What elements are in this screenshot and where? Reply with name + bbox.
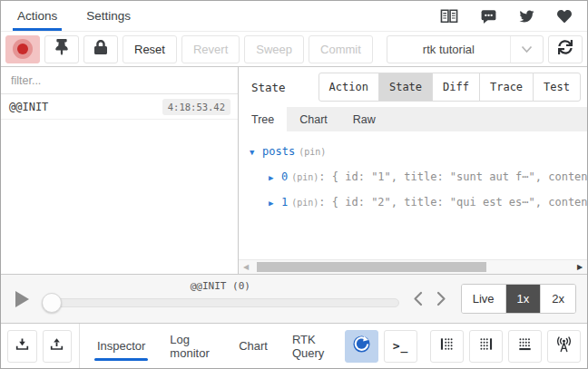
action-list-panel: @@INIT 4:18:53.42 [1,67,239,274]
player-bar: @@INIT (0) Live 1x 2x [1,274,587,323]
dispatcher-button[interactable]: >_ [384,330,417,363]
playback-speed-group: Live 1x 2x [461,284,576,314]
collapsed-arrow-icon[interactable]: ▶ [269,191,281,216]
selected-state-label: State [251,81,286,94]
collapsed-arrow-icon[interactable]: ▶ [269,166,281,190]
instance-selector-value: rtk tutorial [387,36,510,63]
revert-button[interactable]: Revert [181,35,240,63]
terminal-icon: >_ [393,339,409,353]
header-tab-bar: Actions Settings [1,1,587,32]
docs-book-icon[interactable] [439,8,459,24]
pause-recording-timer-button[interactable] [345,330,378,363]
sync-button[interactable] [548,35,583,63]
tree-node-posts[interactable]: ▼posts(pin) [250,140,587,165]
pin-icon [55,39,68,59]
timeline-slider[interactable] [42,298,399,307]
heart-icon[interactable] [556,9,573,24]
tree-key: posts [262,145,295,158]
speed-2x-button[interactable]: 2x [540,285,575,313]
sweep-button[interactable]: Sweep [244,35,304,63]
dock-right-button[interactable] [469,330,503,363]
timeline: @@INIT (0) [40,275,401,323]
reset-button[interactable]: Reset [122,35,177,63]
sync-icon [558,40,573,58]
action-list-item[interactable]: @@INIT 4:18:53.42 [1,94,238,120]
tab-diff[interactable]: Diff [432,73,480,102]
tab-settings[interactable]: Settings [86,1,131,31]
tab-test[interactable]: Test [533,73,581,102]
inspector-tab-group: Action State Diff Trace Test [318,73,581,102]
import-button[interactable] [7,330,37,363]
step-forward-icon[interactable] [430,286,454,313]
tab-rtk-query[interactable]: RTK Query [292,333,334,360]
dock-right-icon [478,336,494,355]
lock-button[interactable] [83,35,118,63]
dock-bottom-icon [517,336,533,355]
step-back-icon[interactable] [407,286,430,313]
footer-bar: Inspector Log monitor Chart RTK Query >_ [1,323,587,368]
tab-settings-label: Settings [86,9,131,23]
footer-divider [79,324,80,368]
tab-log-monitor[interactable]: Log monitor [170,333,214,360]
timeline-slider-thumb[interactable] [42,293,62,313]
export-button[interactable] [43,330,73,363]
expanded-arrow-icon[interactable]: ▼ [250,141,262,165]
view-subtabs: Tree Chart Raw [239,107,587,131]
record-icon [13,39,33,59]
tab-actions-label: Actions [17,9,57,23]
state-inspector-panel: State Action State Diff Trace Test Tree … [239,67,587,274]
tab-action[interactable]: Action [318,73,379,102]
instance-selector[interactable]: rtk tutorial [387,35,544,63]
tab-actions[interactable]: Actions [17,1,57,31]
tab-state[interactable]: State [378,73,433,102]
play-icon[interactable] [15,291,29,307]
chevron-down-icon [510,36,543,63]
state-tree: ▼posts(pin) ▶0(pin): { id: "1", title: "… [239,131,587,259]
feedback-chat-icon[interactable] [480,8,497,24]
subtab-raw[interactable]: Raw [340,107,388,131]
scrollbar-thumb[interactable] [257,262,486,272]
scroll-right-arrow-icon[interactable]: ▶ [573,260,587,274]
record-button[interactable] [5,35,40,63]
import-icon [15,337,30,354]
state-header: State Action State Diff Trace Test [239,67,587,107]
tree-node-1[interactable]: ▶1(pin): { id: "2", title: "qui est es⋯"… [250,190,587,216]
action-name: @@INIT [9,101,48,113]
tree-preview: : { id: "1", title: "sunt aut f⋯", conte… [318,170,587,183]
tree-meta: (pin) [288,198,318,208]
tab-chart[interactable]: Chart [239,339,268,353]
tree-node-0[interactable]: ▶0(pin): { id: "1", title: "sunt aut f⋯"… [250,165,587,190]
filter-input[interactable] [1,67,238,94]
horizontal-scrollbar[interactable]: ◀ ▶ [239,259,587,274]
dock-left-button[interactable] [430,330,464,363]
dock-left-icon [439,336,455,355]
speed-1x-button[interactable]: 1x [505,285,541,313]
footer-icon-cluster: >_ [345,330,581,363]
tree-meta: (pin) [288,172,318,182]
tree-meta: (pin) [295,147,326,157]
commit-label: Commit [320,43,361,56]
tab-trace[interactable]: Trace [479,73,534,102]
remote-button[interactable] [547,330,581,363]
redux-devtools-window: Actions Settings Reset [0,0,588,369]
action-timestamp: 4:18:53.42 [162,99,230,115]
scrollbar-track[interactable] [253,262,573,272]
timer-icon [352,335,371,357]
scroll-left-arrow-icon[interactable]: ◀ [239,260,253,274]
tab-inspector[interactable]: Inspector [97,339,145,353]
subtab-chart[interactable]: Chart [287,107,340,131]
monitor-tabs: Inspector Log monitor Chart RTK Query [97,333,334,360]
timeline-position-label: @@INIT (0) [40,280,401,292]
dock-bottom-button[interactable] [508,330,542,363]
export-icon [49,337,64,354]
main-area: @@INIT 4:18:53.42 State Action State Dif… [1,67,587,274]
commit-button[interactable]: Commit [309,35,373,63]
twitter-icon[interactable] [518,9,535,24]
sweep-label: Sweep [256,43,292,56]
pin-button[interactable] [44,35,79,63]
speed-live-button[interactable]: Live [462,285,505,313]
revert-label: Revert [193,43,228,56]
tree-preview: : { id: "2", title: "qui est es⋯", conte… [318,196,587,209]
toolbar: Reset Revert Sweep Commit rtk tutorial [1,32,587,67]
subtab-tree[interactable]: Tree [239,107,287,131]
